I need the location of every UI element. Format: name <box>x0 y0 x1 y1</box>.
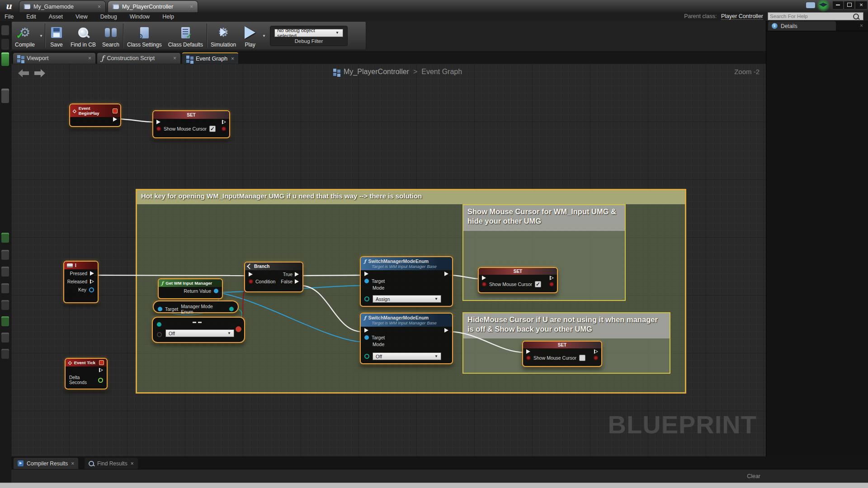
node-set-show-cursor-false[interactable]: SET Show Mouse Cursor <box>522 341 602 367</box>
breadcrumb-root[interactable]: My_PlayerController <box>344 68 409 76</box>
asset-tab-playercontroller[interactable]: My_PlayerController × <box>108 0 198 12</box>
side-strip-icon[interactable] <box>1 250 9 260</box>
compile-button[interactable]: ⚙ ✓ Compile <box>12 22 38 50</box>
checkbox-checked[interactable]: ✓ <box>535 281 541 287</box>
tab-viewport[interactable]: Viewport × <box>13 52 96 64</box>
find-in-cb-button[interactable]: Find in CB <box>67 22 99 50</box>
condition-pin[interactable] <box>249 279 253 284</box>
feedback-icon[interactable] <box>806 2 815 8</box>
class-settings-button[interactable]: ⚙ Class Settings <box>124 22 165 50</box>
tab-compiler-results[interactable]: Compiler Results × <box>14 458 78 469</box>
exec-in-pin[interactable] <box>156 120 160 124</box>
nav-back-icon[interactable] <box>17 68 30 78</box>
checkbox-unchecked[interactable] <box>579 355 585 361</box>
simulation-button[interactable]: ⚙ Simulation <box>208 22 239 50</box>
pressed-exec-pin[interactable] <box>90 271 94 276</box>
mode-enum-pin[interactable] <box>364 354 369 359</box>
enum-in-pin[interactable] <box>157 322 161 327</box>
tab-construction-script[interactable]: ƒ Construction Script × <box>97 52 181 64</box>
exec-in-pin[interactable] <box>482 276 486 280</box>
close-window-button[interactable]: × <box>855 1 868 9</box>
node-switch-manager-mode-assign[interactable]: ƒ SwitchManagerModeEnum Target is WM Inp… <box>360 256 453 307</box>
exec-in-pin[interactable] <box>249 272 253 277</box>
mode-dropdown[interactable]: Assign ▼ <box>373 295 441 303</box>
target-pin[interactable] <box>158 307 162 311</box>
exec-out-pin[interactable] <box>222 120 226 124</box>
play-button[interactable]: Play <box>239 22 261 50</box>
menu-debug[interactable]: Debug <box>94 14 123 20</box>
delta-seconds-pin[interactable] <box>98 378 103 383</box>
enum-value-dropdown[interactable]: Off ▼ <box>165 329 234 337</box>
node-branch[interactable]: Branch True Condition False <box>244 262 303 292</box>
play-options-caret-icon[interactable]: ▼ <box>261 34 267 38</box>
exec-in-pin[interactable] <box>364 328 368 333</box>
clear-button[interactable]: Clear <box>747 473 760 479</box>
side-strip-icon[interactable] <box>1 89 9 103</box>
menu-edit[interactable]: Edit <box>20 14 42 20</box>
menu-file[interactable]: File <box>0 14 20 20</box>
exec-out-pin[interactable] <box>99 368 103 372</box>
side-strip-icon[interactable] <box>1 283 9 293</box>
nav-forward-icon[interactable] <box>33 68 47 78</box>
close-icon[interactable]: × <box>173 56 176 61</box>
close-icon[interactable]: × <box>231 56 234 61</box>
target-pin[interactable] <box>364 335 369 340</box>
class-defaults-button[interactable]: ✓ Class Defaults <box>165 22 206 50</box>
comment-title[interactable]: HideMouse Cursor if U are not using it w… <box>463 313 670 338</box>
exec-out-pin[interactable] <box>594 349 598 354</box>
node-set-show-mouse-cursor[interactable]: SET Show Mouse Cursor ✓ <box>152 110 230 138</box>
false-exec-pin[interactable] <box>295 279 299 284</box>
bool-result-pin[interactable] <box>236 326 241 332</box>
minimize-button[interactable] <box>832 1 844 9</box>
enum-out-pin[interactable] <box>229 307 234 311</box>
exec-in-pin[interactable] <box>526 349 530 354</box>
node-equal-enum[interactable]: Off ▼ <box>152 317 245 343</box>
event-graph-canvas[interactable]: My_PlayerController > Event Graph Zoom -… <box>11 64 766 456</box>
exec-out-pin[interactable] <box>444 328 448 333</box>
tab-details[interactable]: i Details <box>768 21 836 31</box>
exec-out-pin[interactable] <box>113 117 117 122</box>
bool-out-pin[interactable] <box>222 127 226 131</box>
asset-tab-gamemode[interactable]: My_Gamemode × <box>19 0 106 12</box>
compile-options-caret-icon[interactable]: ▼ <box>38 34 44 38</box>
parent-class-link[interactable]: Player Controller <box>721 13 763 20</box>
menu-asset[interactable]: Asset <box>42 14 69 20</box>
bool-pin[interactable] <box>526 356 531 360</box>
side-strip-icon[interactable] <box>1 316 9 326</box>
side-strip-icon[interactable] <box>1 333 9 343</box>
side-strip-icon[interactable] <box>1 233 9 243</box>
close-icon[interactable]: × <box>71 461 74 466</box>
side-strip-icon[interactable] <box>1 300 9 310</box>
mode-dropdown[interactable]: Off ▼ <box>373 352 441 360</box>
node-set-show-cursor-true[interactable]: SET Show Mouse Cursor ✓ <box>478 267 558 293</box>
exec-out-pin[interactable] <box>444 272 448 276</box>
return-value-pin[interactable] <box>214 289 218 293</box>
bool-out-pin[interactable] <box>549 282 554 286</box>
true-exec-pin[interactable] <box>295 272 299 277</box>
tab-find-results[interactable]: Find Results × <box>85 458 138 469</box>
node-get-manager-mode-enum[interactable]: Target Manager Mode Enum <box>153 300 239 313</box>
node-input-key-i[interactable]: I Pressed Released Key <box>63 261 99 303</box>
debug-object-dropdown[interactable]: No debug object selected ▼ <box>274 29 343 37</box>
side-strip-icon[interactable] <box>1 25 9 35</box>
node-switch-manager-mode-off[interactable]: ƒ SwitchManagerModeEnum Target is WM Inp… <box>360 313 453 364</box>
close-icon[interactable]: × <box>190 4 193 9</box>
key-struct-pin[interactable] <box>89 287 94 292</box>
close-icon[interactable]: × <box>98 4 101 9</box>
comment-title[interactable]: Hot key for opening WM_InputManager UMG … <box>137 190 685 204</box>
help-search-input[interactable] <box>768 13 853 20</box>
search-button[interactable]: Search <box>99 22 123 50</box>
side-strip-icon[interactable] <box>1 349 9 359</box>
node-get-wm-input-manager[interactable]: ƒ Get WM Input Manager Return Value <box>158 278 223 299</box>
released-exec-pin[interactable] <box>90 279 94 284</box>
side-strip-icon[interactable] <box>1 39 9 50</box>
enum-in-pin-2[interactable] <box>157 332 162 337</box>
node-event-beginplay[interactable]: ◇ Event BeginPlay <box>69 103 121 127</box>
close-icon[interactable]: × <box>860 23 863 29</box>
side-strip-icon[interactable] <box>1 52 9 66</box>
bool-pin[interactable] <box>156 127 161 131</box>
menu-help[interactable]: Help <box>156 14 180 20</box>
side-strip-icon[interactable] <box>1 267 9 277</box>
mode-enum-pin[interactable] <box>364 296 369 301</box>
target-pin[interactable] <box>364 279 369 283</box>
